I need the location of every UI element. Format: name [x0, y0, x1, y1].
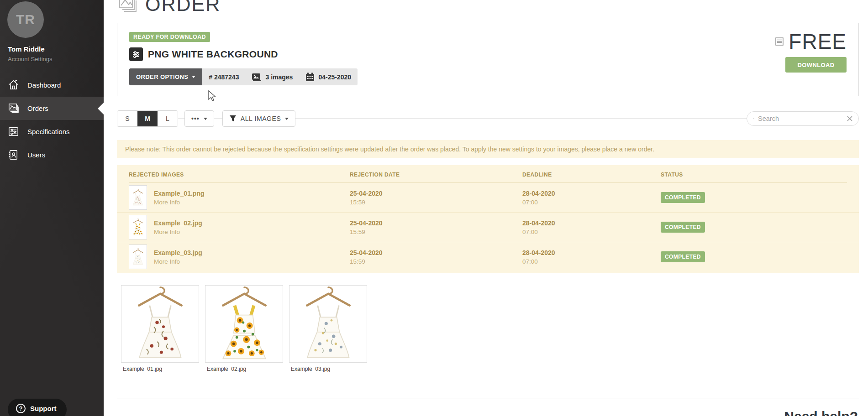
sidebar-item-dashboard[interactable]: Dashboard [0, 73, 104, 97]
row-thumbnail[interactable] [129, 185, 147, 210]
order-meta-bar: ORDER OPTIONS # 2487243 3 images [129, 68, 358, 85]
image-count: 3 images [245, 68, 299, 85]
order-date: 04-25-2020 [299, 68, 358, 85]
order-notice: Please note: This order cannot be reject… [117, 140, 859, 158]
invoice-icon [775, 37, 784, 46]
more-options-button[interactable]: ••• [184, 110, 214, 127]
specification-sliders-icon [129, 47, 143, 61]
image-thumbnail[interactable] [289, 285, 367, 363]
row-thumbnail[interactable] [129, 244, 147, 269]
order-options-label: ORDER OPTIONS [136, 73, 188, 80]
avatar[interactable]: TR [7, 1, 44, 38]
col-header-rejection-date: REJECTION DATE [350, 172, 522, 178]
sidebar-item-label: Orders [27, 104, 48, 112]
toolbar: S M L ••• ALL IMAGES [117, 110, 859, 127]
sliders-icon [7, 125, 20, 138]
account-settings-link[interactable]: Account Settings [8, 56, 104, 62]
filename-link[interactable]: Example_02.jpg [154, 219, 202, 227]
rejected-images-table: REJECTED IMAGES REJECTION DATE DEADLINE … [117, 165, 859, 273]
bottom-divider [117, 399, 859, 399]
image-icon [252, 73, 262, 81]
rejection-time: 15:59 [350, 199, 522, 206]
rejection-date: 25-04-2020 [350, 190, 522, 197]
price-label: FREE [789, 29, 847, 54]
caret-down-icon [285, 118, 289, 122]
image-count-label: 3 images [265, 73, 293, 81]
deadline-time: 07:00 [522, 199, 661, 206]
image-card: Example_03.jpg [289, 285, 367, 372]
more-info-link[interactable]: More Info [154, 229, 202, 235]
sidebar-item-specifications[interactable]: Specifications [0, 120, 104, 143]
sidebar-item-orders[interactable]: Orders [0, 97, 104, 120]
rejection-date: 25-04-2020 [350, 249, 522, 256]
support-button[interactable]: ? Support [8, 399, 67, 416]
order-date-label: 04-25-2020 [318, 73, 351, 81]
image-thumbnail[interactable] [205, 285, 283, 363]
filter-label: ALL IMAGES [241, 115, 281, 122]
search-box [747, 111, 859, 126]
images-stack-icon [7, 102, 20, 114]
order-title: PNG WHITE BACKGROUND [148, 49, 278, 60]
ellipsis-icon: ••• [191, 115, 200, 122]
user-name: Tom Riddle [8, 45, 104, 53]
status-badge: COMPLETED [661, 222, 705, 233]
col-header-status: STATUS [661, 172, 847, 178]
filename-link[interactable]: Example_03.jpg [154, 249, 202, 256]
table-row: Example_01.png More Info 25-04-2020 15:5… [117, 183, 859, 213]
rejection-time: 15:59 [350, 258, 522, 265]
caret-down-icon [204, 118, 207, 122]
image-thumbnail[interactable] [121, 285, 199, 363]
size-medium-button[interactable]: M [137, 111, 158, 126]
search-input[interactable] [758, 115, 843, 122]
table-row: Example_02.jpg More Info 25-04-2020 15:5… [117, 213, 859, 242]
image-thumbnails: Example_01.jpg Example_02.jpg Example_03… [117, 285, 859, 372]
dress-image [296, 284, 360, 364]
users-book-icon [7, 149, 20, 161]
sidebar-menu: Dashboard Orders Specifications [0, 73, 104, 166]
rejection-time: 15:59 [350, 229, 522, 235]
col-header-rejected-images: REJECTED IMAGES [129, 172, 350, 178]
help-title: Need help? [117, 409, 858, 416]
deadline-date: 28-04-2020 [522, 219, 661, 227]
image-label: Example_02.jpg [205, 366, 283, 372]
caret-down-icon [192, 76, 195, 80]
order-options-button[interactable]: ORDER OPTIONS [129, 68, 202, 85]
more-info-link[interactable]: More Info [154, 258, 202, 265]
more-info-link[interactable]: More Info [154, 199, 205, 206]
sidebar-item-label: Dashboard [27, 81, 61, 89]
clear-search-icon[interactable] [847, 116, 852, 121]
deadline-time: 07:00 [522, 258, 661, 265]
sidebar-item-label: Users [27, 151, 45, 159]
image-filter-button[interactable]: ALL IMAGES [222, 110, 296, 127]
sidebar-item-label: Specifications [27, 128, 70, 135]
page-header: ORDER [117, 0, 859, 16]
support-label: Support [30, 405, 57, 412]
funnel-icon [229, 115, 237, 122]
sidebar: TR Tom Riddle Account Settings Dashboard… [0, 0, 104, 416]
size-large-button[interactable]: L [158, 111, 178, 126]
col-header-deadline: DEADLINE [522, 172, 661, 178]
image-label: Example_03.jpg [289, 366, 367, 372]
order-card: READY FOR DOWNLOAD PNG WHITE BACKGROUND … [117, 23, 859, 96]
image-label: Example_01.jpg [121, 366, 199, 372]
sidebar-item-users[interactable]: Users [0, 143, 104, 166]
status-badge: COMPLETED [661, 192, 705, 203]
table-row: Example_03.jpg More Info 25-04-2020 15:5… [117, 242, 859, 271]
dress-image [212, 284, 276, 364]
table-header-row: REJECTED IMAGES REJECTION DATE DEADLINE … [117, 165, 859, 182]
page-title: ORDER [145, 0, 221, 16]
image-card: Example_02.jpg [205, 285, 283, 372]
filename-link[interactable]: Example_01.png [154, 190, 205, 197]
main-content: ORDER READY FOR DOWNLOAD PNG WHITE BACKG… [104, 0, 868, 416]
deadline-date: 28-04-2020 [522, 190, 661, 197]
thumbnail-size-group: S M L [117, 110, 178, 127]
status-badge: COMPLETED [661, 251, 705, 262]
search-icon [753, 115, 754, 122]
size-small-button[interactable]: S [117, 111, 137, 126]
download-button[interactable]: DOWNLOAD [785, 57, 847, 73]
home-icon [7, 79, 20, 91]
order-images-icon [117, 0, 139, 16]
row-thumbnail[interactable] [129, 215, 147, 239]
calendar-icon [305, 73, 315, 82]
image-card: Example_01.jpg [121, 285, 199, 372]
